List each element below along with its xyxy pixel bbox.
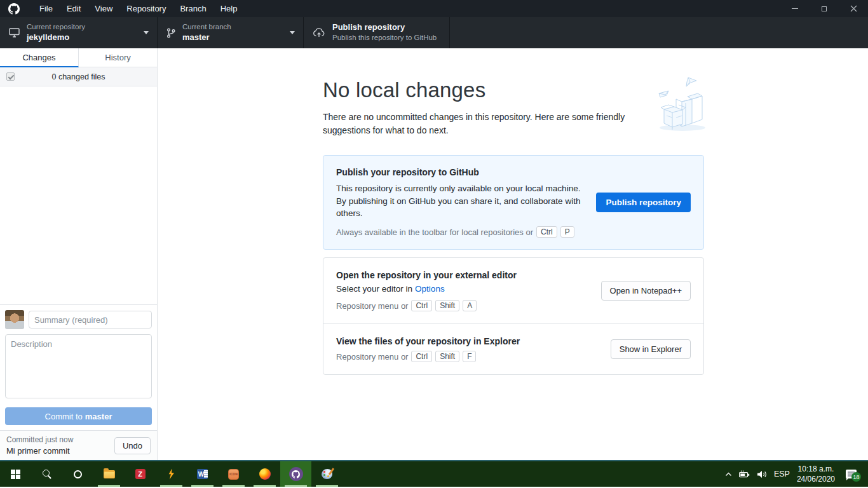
current-repository-dropdown[interactable]: Current repository jekylldemo [0,17,158,48]
taskbar-cortana-button[interactable] [62,461,93,487]
publish-card-title: Publish your repository to GitHub [336,167,585,177]
publish-subtitle: Publish this repository to GitHub [332,33,437,43]
toolbar: Current repository jekylldemo Current br… [0,17,868,48]
main-panel: No local changes There are no uncommitte… [158,48,868,460]
committed-message: Mi primer commit [6,446,114,456]
icon-app-icon: ICON [228,469,239,480]
chevron-down-icon [290,31,295,34]
commit-summary-input[interactable] [29,311,152,329]
commit-description-input[interactable] [5,334,152,398]
system-tray: ESP 10:18 a.m. 24/06/2020 18 [725,461,868,487]
minimize-icon [792,8,798,9]
commit-form: Commit tomaster [0,304,157,430]
tab-changes[interactable]: Changes [0,48,79,67]
chevron-down-icon [144,31,149,34]
restore-icon [822,6,827,11]
close-button[interactable] [839,0,868,17]
publish-suggestion-card: Publish your repository to GitHub This r… [323,155,704,250]
cloud-upload-icon [313,27,325,38]
kbd-a: A [463,300,477,311]
taskbar-file-explorer[interactable] [93,461,125,487]
firefox-icon [259,468,271,480]
undo-button[interactable]: Undo [114,437,151,454]
speaker-icon[interactable] [757,470,767,478]
suggestions-card: Open the repository in your external edi… [323,257,704,375]
language-indicator[interactable]: ESP [774,470,790,478]
explorer-section-title: View the files of your repository in Exp… [336,336,599,346]
current-branch-value: master [182,32,231,43]
committed-status: Committed just now [6,435,114,444]
kbd-shift: Shift [435,351,459,362]
taskbar-search-button[interactable] [31,461,62,487]
commit-to-master-button[interactable]: Commit tomaster [5,407,152,425]
show-explorer-section: View the files of your repository in Exp… [323,323,703,374]
page-title: No local changes [323,78,704,102]
taskbar-firefox[interactable] [249,461,280,487]
open-editor-section: Open the repository in your external edi… [323,258,703,323]
select-all-checkbox[interactable] [6,72,15,81]
menu-repository[interactable]: Repository [119,0,173,17]
taskbar-paint[interactable] [311,461,342,487]
taskbar-zotero[interactable]: Z [125,461,156,487]
minimize-button[interactable] [780,0,810,17]
menu-help[interactable]: Help [214,0,245,17]
tab-history[interactable]: History [79,48,157,67]
sidebar-tabs: Changes History [0,48,157,67]
start-button[interactable] [0,461,31,487]
show-in-explorer-button[interactable]: Show in Explorer [611,339,691,359]
tray-time: 10:18 a.m. [797,464,835,474]
publish-title: Publish repository [332,22,437,33]
menu-edit[interactable]: Edit [60,0,88,17]
menu-branch[interactable]: Branch [173,0,213,17]
kbd-p: P [560,226,574,238]
cortana-icon [74,470,82,478]
user-avatar [5,310,24,329]
word-icon: W [197,469,208,479]
current-branch-label: Current branch [182,22,231,32]
battery-icon[interactable] [739,470,750,478]
git-branch-icon [166,28,175,38]
publish-card-hint: Always available in the toolbar for loca… [336,227,533,237]
tray-chevron-up-icon[interactable] [725,472,732,477]
taskbar-winamp[interactable] [156,461,187,487]
windows-taskbar: Z W ICON ESP 10:18 a.m. 24/06/2020 18 [0,461,868,487]
changed-files-count: 0 changed files [15,72,142,81]
menu-file[interactable]: File [32,0,60,17]
current-repository-label: Current repository [27,22,85,32]
publish-repository-toolbar-button[interactable]: Publish repository Publish this reposito… [304,17,450,48]
commit-button-prefix: Commit to [45,412,83,421]
options-link[interactable]: Options [415,284,445,294]
sidebar: Changes History 0 changed files Commit t… [0,48,158,460]
menu-view[interactable]: View [88,0,119,17]
menu-bar: File Edit View Repository Branch Help [0,0,868,17]
notification-center-button[interactable]: 18 [846,470,857,478]
taskbar-word[interactable]: W [187,461,218,487]
kbd-f: F [463,351,476,362]
github-logo-icon [8,3,20,15]
editor-section-title: Open the repository in your external edi… [336,270,590,280]
window-controls [780,0,868,17]
undo-commit-bar: Committed just now Mi primer commit Undo [0,430,157,460]
current-branch-dropdown[interactable]: Current branch master [158,17,304,48]
open-in-notepad-button[interactable]: Open in Notepad++ [601,281,691,301]
windows-logo-icon [11,470,20,479]
lightning-icon [168,469,175,480]
github-desktop-window: File Edit View Repository Branch Help Cu… [0,0,868,461]
taskbar-github-desktop[interactable] [280,461,311,487]
clock[interactable]: 10:18 a.m. 24/06/2020 [797,464,835,484]
kbd-ctrl: Ctrl [411,351,432,362]
kbd-ctrl: Ctrl [411,300,432,311]
publish-repository-button[interactable]: Publish repository [596,193,691,212]
changed-files-row: 0 changed files [0,67,157,86]
page-subtitle: There are no uncommitted changes in this… [323,111,642,137]
toolbar-spacer [450,17,868,48]
restore-button[interactable] [810,0,839,17]
notification-badge: 18 [851,472,861,482]
kbd-ctrl: Ctrl [536,226,557,238]
editor-hint: Repository menu or [336,301,408,311]
select-editor-text: Select your editor in [336,284,412,294]
folder-icon [104,470,115,478]
close-icon [850,5,857,12]
taskbar-icon-app[interactable]: ICON [218,461,249,487]
current-repository-value: jekylldemo [27,32,85,43]
